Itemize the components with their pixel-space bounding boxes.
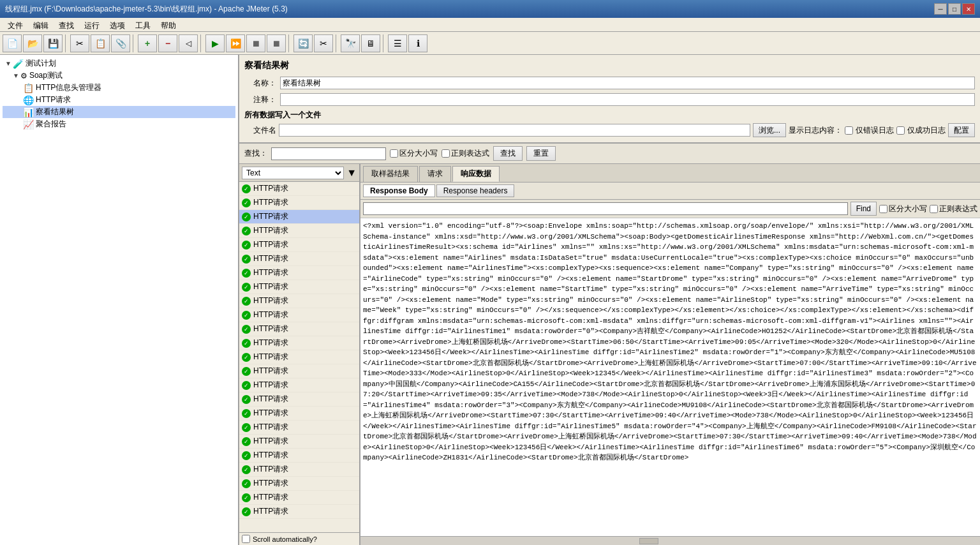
browse-button[interactable]: 浏览... xyxy=(753,123,786,137)
list-item[interactable]: HTTP请求 xyxy=(239,322,359,336)
tree-item-http-info[interactable]: 📋 HTTP信息头管理器 xyxy=(3,82,235,94)
tab-response-data[interactable]: 响应数据 xyxy=(452,166,500,182)
list-item[interactable]: HTTP请求 xyxy=(239,350,359,364)
list-item-selected[interactable]: HTTP请求 xyxy=(239,210,359,224)
list-item[interactable]: HTTP请求 xyxy=(239,421,359,435)
scrollbar-thumb[interactable] xyxy=(639,538,658,544)
list-item[interactable]: HTTP请求 xyxy=(239,407,359,421)
menu-edit[interactable]: 编辑 xyxy=(28,19,54,30)
request-type-dropdown[interactable]: Text xyxy=(242,167,344,179)
restore-button[interactable]: □ xyxy=(948,3,961,15)
list-item[interactable]: HTTP请求 xyxy=(239,252,359,266)
only-success-label[interactable]: 仅成功日志 xyxy=(896,125,946,136)
status-icon xyxy=(242,395,251,404)
stop-all-button[interactable]: ⏹ xyxy=(267,34,286,52)
only-errors-label[interactable]: 仅错误日志 xyxy=(845,125,894,136)
list-item[interactable]: HTTP请求 xyxy=(239,364,359,378)
status-icon xyxy=(242,339,251,348)
regex-check[interactable]: 正则表达式 xyxy=(930,204,977,214)
xml-content-area[interactable]: <?xml version="1.0" encoding="utf-8"?><s… xyxy=(360,218,980,536)
tree-item-result-tree[interactable]: 📊 察看结果树 xyxy=(3,106,235,118)
list-item[interactable]: HTTP请求 xyxy=(239,238,359,252)
only-errors-checkbox[interactable] xyxy=(845,126,853,135)
tree-item-agg-report[interactable]: 📈 聚合报告 xyxy=(3,118,235,130)
search-button[interactable]: 查找 xyxy=(493,146,523,161)
menu-tools[interactable]: 工具 xyxy=(130,19,156,30)
menu-run[interactable]: 运行 xyxy=(79,19,105,30)
file-row: 文件名 浏览... 显示日志内容： 仅错误日志 仅成功日志 配置 xyxy=(244,123,975,137)
find-button[interactable]: Find xyxy=(850,202,877,216)
tree-item-test-plan[interactable]: ▼ 🧪 测试计划 xyxy=(3,57,235,70)
list-item[interactable]: HTTP请求 xyxy=(239,280,359,294)
remote-button[interactable]: 🖥 xyxy=(361,34,380,52)
open-button[interactable]: 📂 xyxy=(23,34,42,52)
list-item[interactable]: HTTP请求 xyxy=(239,336,359,350)
filename-input[interactable] xyxy=(279,124,750,137)
reset-button[interactable]: 🔄 xyxy=(293,34,313,52)
list-item[interactable]: HTTP请求 xyxy=(239,266,359,280)
list-button[interactable]: ☰ xyxy=(388,34,407,52)
list-item[interactable]: HTTP请求 xyxy=(239,491,359,505)
binoculars-button[interactable]: 🔭 xyxy=(341,34,360,52)
info-button[interactable]: ℹ xyxy=(408,34,427,52)
tree-item-http-request[interactable]: 🌐 HTTP请求 xyxy=(3,94,235,106)
config-button[interactable]: 配置 xyxy=(948,123,975,137)
tab-sampler-result[interactable]: 取样器结果 xyxy=(363,166,418,182)
regex-check[interactable]: 正则表达式 xyxy=(442,148,489,159)
tree-arrow-test-plan[interactable]: ▼ xyxy=(5,60,11,67)
run-button[interactable]: ▶ xyxy=(205,34,225,52)
list-item[interactable]: HTTP请求 xyxy=(239,196,359,210)
case-sensitive-check[interactable]: 区分大小写 xyxy=(390,148,438,159)
list-item[interactable]: HTTP请求 xyxy=(239,435,359,449)
tree-arrow-soap[interactable]: ▼ xyxy=(13,72,19,79)
tab-request[interactable]: 请求 xyxy=(419,166,451,182)
menu-file[interactable]: 文件 xyxy=(3,19,28,30)
save-button[interactable]: 💾 xyxy=(43,34,63,52)
list-item[interactable]: HTTP请求 xyxy=(239,378,359,392)
list-item[interactable]: HTTP请求 xyxy=(239,505,359,519)
menu-find[interactable]: 查找 xyxy=(54,19,79,30)
regex-checkbox[interactable] xyxy=(442,149,450,158)
list-item[interactable]: HTTP请求 xyxy=(239,308,359,322)
status-icon xyxy=(242,213,251,221)
status-icon xyxy=(242,311,251,320)
scroll-auto-label[interactable]: Scroll automatically? xyxy=(242,535,317,543)
tab-response-body[interactable]: Response Body xyxy=(363,184,435,197)
new-button[interactable]: 📄 xyxy=(3,34,22,52)
list-item[interactable]: HTTP请求 xyxy=(239,477,359,491)
tab-response-headers[interactable]: Response headers xyxy=(436,184,515,197)
horizontal-scrollbar[interactable] xyxy=(360,536,980,545)
clear-button[interactable]: ◁ xyxy=(179,34,198,52)
list-item[interactable]: HTTP请求 xyxy=(239,224,359,238)
paste-button[interactable]: 📎 xyxy=(111,34,130,52)
list-item[interactable]: HTTP请求 xyxy=(239,182,359,196)
dropdown-arrow-icon[interactable]: ▼ xyxy=(346,167,357,179)
regex-checkbox[interactable] xyxy=(930,205,938,213)
close-button[interactable]: ✕ xyxy=(962,3,975,15)
case-checkbox[interactable] xyxy=(879,205,887,213)
list-item[interactable]: HTTP请求 xyxy=(239,294,359,308)
tree-item-soap-test[interactable]: ▼ ⚙ Soap测试 xyxy=(3,70,235,82)
copy-button[interactable]: 📋 xyxy=(91,34,110,52)
remove-button[interactable]: − xyxy=(158,34,177,52)
menu-options[interactable]: 选项 xyxy=(105,19,130,30)
scissors-button[interactable]: ✂ xyxy=(314,34,333,52)
minimize-button[interactable]: ─ xyxy=(934,3,947,15)
comment-input[interactable] xyxy=(280,93,975,106)
name-input[interactable] xyxy=(280,77,975,89)
list-item[interactable]: HTTP请求 xyxy=(239,392,359,407)
stop-button[interactable]: ⏹ xyxy=(246,34,265,52)
case-check[interactable]: 区分大小写 xyxy=(879,204,927,214)
add-button[interactable]: + xyxy=(138,34,157,52)
case-sensitive-checkbox[interactable] xyxy=(390,149,398,158)
reset-button[interactable]: 重置 xyxy=(526,146,556,161)
list-item[interactable]: HTTP请求 xyxy=(239,449,359,463)
scroll-auto-checkbox[interactable] xyxy=(242,535,250,543)
list-item[interactable]: HTTP请求 xyxy=(239,463,359,477)
find-input[interactable] xyxy=(363,202,848,215)
cut-button[interactable]: ✂ xyxy=(70,34,89,52)
only-success-checkbox[interactable] xyxy=(896,126,905,135)
menu-help[interactable]: 帮助 xyxy=(156,19,181,30)
run-all-button[interactable]: ⏩ xyxy=(226,34,245,52)
search-input[interactable] xyxy=(271,147,386,160)
